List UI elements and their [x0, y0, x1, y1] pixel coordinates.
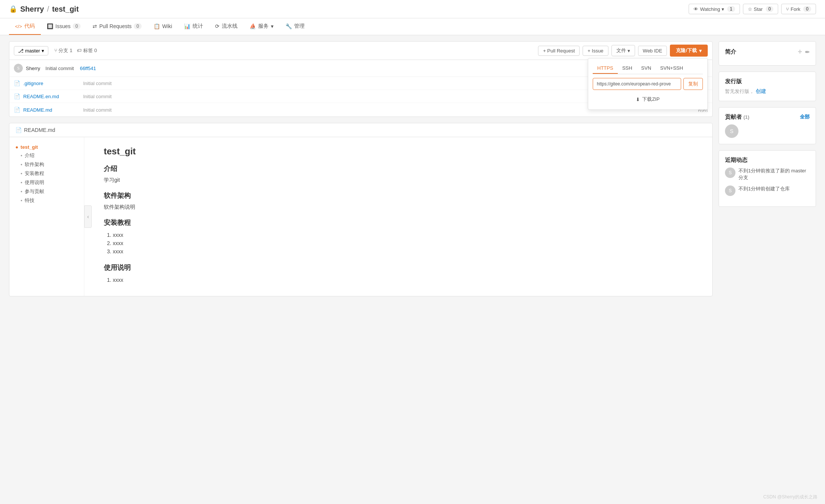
releases-empty-label: 暂无发行版， [725, 88, 754, 94]
section-body-intro: 学习git [104, 177, 700, 184]
watching-label: Watching [700, 6, 720, 12]
toc-bullet: • [21, 153, 22, 159]
tab-services-label: 服务 [258, 23, 269, 30]
file-icon-readme: 📄 [14, 107, 20, 113]
repo-toolbar: ⎇ master ▾ ⑂ 分支 1 🏷 标签 0 + Pull Request [9, 41, 713, 60]
download-zip-label: 下载ZIP [642, 96, 659, 103]
stats-icon: 📊 [184, 23, 190, 29]
activity-avatar-1: S [725, 168, 735, 178]
services-dropdown-icon: ▾ [271, 23, 274, 29]
tab-pipeline-label: 流水线 [222, 23, 238, 30]
activity-box: 近期动态 S 不到1分钟前推送了新的 master 分支 S 不到1分钟前创建了… [719, 150, 816, 207]
readme-header: 📄 README.md [9, 123, 712, 137]
code-icon: </> [15, 24, 22, 29]
pipeline-icon: ⟳ [215, 23, 220, 29]
toc-item-intro[interactable]: • 介绍 [15, 151, 78, 160]
readme-toc: ● test_git • 介绍 • 软件架构 • 安装教程 [9, 137, 84, 296]
tab-issues-label: Issues [55, 23, 70, 29]
web-ide-btn[interactable]: Web IDE [638, 46, 667, 56]
star-button[interactable]: ☆ Star 0 [743, 4, 779, 14]
branch-icon: ⎇ [18, 48, 24, 54]
section-heading-intro: 介绍 [104, 164, 700, 173]
fork-label: Fork [791, 6, 800, 12]
toc-item-usage[interactable]: • 使用说明 [15, 178, 78, 187]
toc-bullet: • [21, 198, 22, 203]
watching-dropdown-icon: ▾ [722, 6, 724, 12]
watching-button[interactable]: 👁 Watching ▾ 1 [689, 4, 740, 14]
readme-section: 📄 README.md ● test_git • 介绍 • 软件架构 [9, 123, 713, 296]
clone-chevron-icon: ▾ [699, 48, 702, 54]
tab-manage-label: 管理 [294, 23, 305, 30]
toc-collapse-btn[interactable]: ‹ [84, 205, 92, 228]
clone-tab-ssh[interactable]: SSH [618, 63, 637, 74]
clone-url-input[interactable] [593, 78, 681, 90]
readme-file-icon: 📄 [15, 127, 22, 133]
tab-stats[interactable]: 📊 统计 [178, 18, 209, 35]
tab-wiki[interactable]: 📋 Wiki [148, 18, 178, 35]
issue-btn[interactable]: + Issue [583, 46, 608, 56]
file-name-readme-en[interactable]: README.en.md [23, 94, 83, 99]
wiki-icon: 📋 [154, 23, 160, 29]
activity-item-2: S 不到1分钟前创建了仓库 [725, 185, 810, 196]
section-body-arch: 软件架构说明 [104, 204, 700, 211]
branch-chevron-icon: ▾ [42, 48, 44, 54]
intro-add-icon[interactable]: + [798, 48, 802, 56]
toc-bullet: • [21, 171, 22, 176]
activity-item-1: S 不到1分钟前推送了新的 master 分支 [725, 168, 810, 181]
clone-tab-https[interactable]: HTTPS [593, 63, 618, 74]
create-release-link[interactable]: 创建 [756, 88, 766, 94]
issue-btn-label: + Issue [587, 48, 603, 54]
watermark: CSDN @Sherry的成长之路 [763, 494, 818, 500]
toc-item-arch[interactable]: • 软件架构 [15, 160, 78, 169]
usage-list: xxxx [104, 276, 700, 284]
watching-count: 1 [727, 6, 735, 12]
tab-pr-label: Pull Requests [99, 23, 132, 29]
contributor-avatar[interactable]: S [725, 124, 738, 138]
manage-icon: 🔧 [285, 23, 292, 29]
tab-services[interactable]: ⛵ 服务 ▾ [244, 18, 279, 35]
tab-pullrequests[interactable]: ⇄ Pull Requests 0 [87, 18, 148, 35]
releases-title: 发行版 [725, 78, 810, 85]
main-content: ⎇ master ▾ ⑂ 分支 1 🏷 标签 0 + Pull Request [0, 35, 825, 502]
tab-issues[interactable]: 🔲 Issues 0 [41, 18, 87, 35]
file-btn[interactable]: 文件 ▾ [611, 45, 635, 56]
readme-content: test_git 介绍 学习git 软件架构 软件架构说明 安装教程 xxxx … [92, 137, 712, 296]
clone-tab-svn[interactable]: SVN [637, 63, 656, 74]
lock-icon: 🔒 [9, 5, 17, 13]
contributors-all-link[interactable]: 全部 [800, 114, 810, 121]
install-item-2: xxxx [113, 239, 700, 247]
toc-item-install[interactable]: • 安装教程 [15, 169, 78, 178]
tab-code-label: 代码 [24, 23, 35, 30]
activity-avatar-2: S [725, 185, 735, 196]
intro-title-label: 简介 [725, 48, 736, 55]
commit-author: Sherry [26, 66, 40, 71]
pull-request-btn[interactable]: + Pull Request [538, 46, 580, 56]
usage-item-1: xxxx [113, 276, 700, 284]
section-heading-usage: 使用说明 [104, 263, 700, 272]
download-zip-btn[interactable]: ⬇ 下载ZIP [593, 94, 703, 105]
web-ide-label: Web IDE [643, 48, 662, 54]
intro-edit-icon[interactable]: ✏ [805, 49, 810, 55]
section-heading-arch: 软件架构 [104, 191, 700, 200]
copy-url-btn[interactable]: 复制 [683, 78, 703, 90]
activity-text-1: 不到1分钟前推送了新的 master 分支 [738, 168, 810, 181]
star-count: 0 [766, 6, 774, 12]
toc-item-contribute[interactable]: • 参与贡献 [15, 187, 78, 196]
commit-hash[interactable]: 66ff541 [80, 66, 96, 71]
download-icon: ⬇ [636, 97, 640, 102]
tab-manage[interactable]: 🔧 管理 [279, 18, 311, 35]
tab-code[interactable]: </> 代码 [9, 18, 41, 35]
branch-name: master [25, 48, 40, 54]
toc-item-root[interactable]: ● test_git [15, 143, 78, 151]
activity-text-2: 不到1分钟前创建了仓库 [738, 185, 790, 192]
clone-tab-svn-ssh[interactable]: SVN+SSH [656, 63, 688, 74]
clone-download-btn[interactable]: 克隆/下载 ▾ [670, 45, 708, 57]
branch-fork-icon: ⑂ [54, 48, 57, 53]
file-name-gitignore[interactable]: .gitignore [23, 81, 83, 86]
toc-item-tricks[interactable]: • 特技 [15, 196, 78, 205]
fork-button[interactable]: ⑂ Fork 0 [781, 4, 816, 14]
branch-select[interactable]: ⎇ master ▾ [14, 46, 48, 55]
tab-pipeline[interactable]: ⟳ 流水线 [209, 18, 244, 35]
file-name-readme[interactable]: README.md [23, 107, 83, 113]
toolbar-right: + Pull Request + Issue 文件 ▾ Web IDE 克隆/下… [538, 45, 708, 57]
